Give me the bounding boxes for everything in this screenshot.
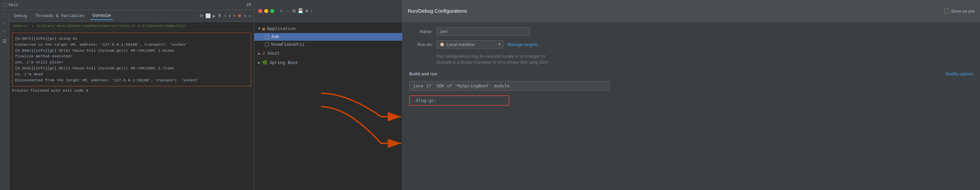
run-on-value: Local machine bbox=[447, 42, 475, 47]
snowflake-label: SnowFlakeUtil bbox=[271, 42, 305, 47]
console-box: [0.007s][info][gc] Using G1 Connected to… bbox=[12, 33, 251, 86]
path-bar: /Users/. ▸ /Library/Java/JavaVirtualMach… bbox=[10, 22, 254, 30]
console-line-4: finalize method executed! bbox=[15, 53, 248, 59]
sdk-input[interactable] bbox=[409, 81, 609, 91]
checkbox[interactable] bbox=[3, 3, 7, 7]
console-line-7: no, i'm dead bbox=[15, 71, 248, 78]
middle-toolbar: ＋ － ⧉ 💾 ⊞ ↕ bbox=[254, 0, 402, 22]
spring-chevron-icon: ▶ bbox=[258, 61, 260, 65]
pause-icon[interactable]: ⏸ bbox=[218, 13, 222, 18]
store-checkbox[interactable] bbox=[944, 9, 949, 13]
move-icon[interactable]: ⊞ bbox=[305, 8, 308, 14]
tab-threads[interactable]: Threads & Variables bbox=[33, 12, 86, 20]
line-number: 28 bbox=[247, 3, 251, 7]
junit-label: JUnit bbox=[267, 51, 280, 56]
process-finished-line: Process finished with exit code 0 bbox=[12, 86, 251, 95]
junit-chevron-icon: ▶ bbox=[258, 52, 260, 55]
spring-icon: 🌿 bbox=[262, 60, 267, 65]
download-icon[interactable]: ⬇ bbox=[229, 13, 231, 19]
tab-console[interactable]: Console bbox=[91, 12, 113, 20]
arrow-up-icon[interactable]: ↑ bbox=[3, 21, 6, 26]
play-icon[interactable]: ▶ bbox=[213, 13, 215, 19]
sdk-row bbox=[409, 81, 973, 91]
application-icon: ▣ bbox=[262, 26, 265, 32]
chevron-down-icon: ▼ bbox=[258, 27, 260, 31]
console-line-6: [0.594s][info][gc] GC(1) Pause Full (Sys… bbox=[15, 65, 248, 71]
manage-targets-link[interactable]: Manage targets... bbox=[508, 42, 541, 47]
console-line-5: yes, i'm still alive! bbox=[15, 59, 248, 65]
vm-options-row bbox=[409, 95, 973, 106]
run-on-dropdown[interactable]: 🏠 Local machine ▼ bbox=[437, 40, 503, 49]
edit-icon[interactable]: ✎ bbox=[244, 13, 247, 19]
application-label: Application bbox=[267, 26, 296, 31]
arrow-down-icon[interactable]: ↓ bbox=[3, 28, 6, 33]
more-icon[interactable]: ⋯ bbox=[248, 13, 251, 19]
tree-content: ▼ ▣ Application Jvm SnowFlakeUtil ▶ J JU… bbox=[254, 22, 402, 190]
upload-icon[interactable]: ⬆ bbox=[233, 13, 236, 19]
traffic-green[interactable] bbox=[270, 9, 274, 13]
jvm-label: Jvm bbox=[271, 34, 278, 40]
name-row: Name: bbox=[409, 27, 973, 36]
run-on-label: Run on: bbox=[409, 42, 433, 47]
tree-application-section[interactable]: ▼ ▣ Application bbox=[254, 25, 402, 33]
build-run-header: Build and run Modify options bbox=[409, 71, 973, 76]
minus-icon[interactable]: － bbox=[286, 8, 290, 14]
tree-spring-section[interactable]: ▶ 🌿 Spring Boot bbox=[254, 59, 402, 66]
home-icon: 🏠 bbox=[439, 42, 445, 47]
right-header: Run/Debug Configurations Store as pre bbox=[402, 0, 980, 22]
tree-snowflake-item[interactable]: SnowFlakeUtil bbox=[254, 41, 402, 48]
name-input[interactable] bbox=[437, 27, 530, 36]
build-run-label: Build and run bbox=[409, 71, 437, 76]
record-icon[interactable]: ⏺ bbox=[237, 13, 242, 18]
snowflake-checkbox bbox=[265, 43, 269, 47]
spring-label: Spring Boot bbox=[270, 60, 298, 65]
console-line-3: [0.088s][info][gc] GC(0) Pause Full (Sys… bbox=[15, 48, 248, 54]
path-text: /Users/. ▸ /Library/Java/JavaVirtualMach… bbox=[12, 24, 186, 28]
save-icon[interactable]: 💾 bbox=[298, 8, 303, 14]
console-line-8: Disconnected from the target VM, address… bbox=[15, 78, 248, 83]
console-output: [0.007s][info][gc] Using G1 Connected to… bbox=[10, 30, 254, 190]
tree-junit-section[interactable]: ▶ J JUnit bbox=[254, 50, 402, 57]
tab-bar: Debug Threads & Variables Console ⟳ ⬜ ▶ … bbox=[10, 10, 254, 22]
store-checkbox-area[interactable]: Store as pre bbox=[944, 8, 975, 13]
traffic-red[interactable] bbox=[258, 9, 262, 13]
debug-icon[interactable]: ⬛ bbox=[2, 13, 7, 18]
console-line-2: Connected to the target VM, address: '12… bbox=[15, 42, 248, 48]
refresh-icon[interactable]: ⟳ bbox=[200, 13, 204, 19]
store-label: Store as pre bbox=[951, 8, 975, 13]
right-panel: Run/Debug Configurations Store as pre Na… bbox=[402, 0, 980, 190]
traffic-yellow[interactable] bbox=[264, 9, 268, 13]
copy-icon[interactable]: ⧉ bbox=[292, 8, 296, 14]
modify-options-link[interactable]: Modify options bbox=[945, 71, 973, 76]
stop-icon[interactable]: ⬜ bbox=[205, 13, 211, 19]
vm-options-input[interactable] bbox=[409, 95, 509, 106]
console-line-1: [0.007s][info][gc] Using G1 bbox=[15, 36, 248, 42]
add-icon[interactable]: ＋ bbox=[279, 8, 283, 14]
tree-jvm-item[interactable]: Jvm bbox=[254, 33, 402, 41]
junit-icon: J bbox=[262, 51, 265, 56]
console-toolbar: ⟳ ⬜ ▶ ⏸ ↷ ⬇ ⬆ ⏺ ✎ ⋯ bbox=[200, 13, 251, 19]
console-panel: Debug Threads & Variables Console ⟳ ⬜ ▶ … bbox=[10, 0, 254, 190]
jvm-checkbox bbox=[265, 35, 269, 39]
left-edge-panel: ⬛ ↑ ↓ ☰ bbox=[0, 0, 10, 190]
branch-label: main bbox=[9, 3, 18, 7]
tab-debug[interactable]: Debug bbox=[12, 12, 29, 20]
run-on-row: Run on: 🏠 Local machine ▼ Manage targets… bbox=[409, 40, 973, 49]
config-title: Run/Debug Configurations bbox=[408, 8, 467, 14]
step-over-icon[interactable]: ↷ bbox=[224, 13, 226, 19]
description-text: Run configurations may be executed local… bbox=[437, 53, 973, 65]
dropdown-chevron-icon: ▼ bbox=[498, 43, 500, 46]
config-form: Name: Run on: 🏠 Local machine ▼ Manage t… bbox=[402, 22, 980, 190]
list-icon[interactable]: ☰ bbox=[3, 39, 7, 44]
sort-icon[interactable]: ↕ bbox=[310, 8, 313, 14]
middle-panel: ＋ － ⧉ 💾 ⊞ ↕ ▼ ▣ Application Jvm Snow bbox=[254, 0, 402, 190]
name-label: Name: bbox=[409, 29, 433, 34]
